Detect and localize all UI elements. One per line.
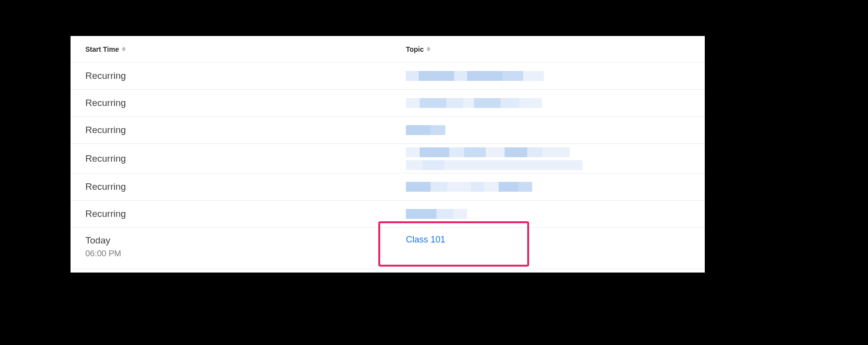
column-header-start-time-label: Start Time [85, 45, 119, 53]
redacted-topic [406, 209, 467, 219]
redacted-topic [406, 71, 544, 81]
start-time-text: Recurring [85, 124, 406, 136]
table-row: Recurring [71, 117, 705, 144]
cell-start-time: Recurring [71, 181, 406, 193]
column-header-topic-label: Topic [406, 45, 424, 53]
redacted-topic [406, 182, 532, 192]
cell-topic[interactable] [406, 125, 705, 135]
start-time-text: Recurring [85, 97, 406, 109]
table-header-row: Start Time Topic [71, 36, 705, 63]
cell-start-time: Recurring [71, 97, 406, 109]
cell-start-time: Recurring [71, 153, 406, 165]
redacted-topic [406, 98, 542, 108]
sort-icon [122, 46, 126, 53]
column-header-topic[interactable]: Topic [406, 45, 431, 53]
start-time-subtext: 06:00 PM [85, 248, 406, 260]
redacted-topic [406, 160, 582, 170]
table-row: Recurring [71, 201, 705, 228]
cell-topic[interactable] [406, 71, 705, 81]
sort-icon [427, 46, 431, 53]
redacted-topic [406, 147, 570, 157]
table-row: Recurring [71, 173, 705, 201]
topic-link-class-101[interactable]: Class 101 [406, 235, 445, 245]
table-row: Today 06:00 PM Class 101 [71, 228, 705, 269]
table-row: Recurring [71, 144, 705, 173]
meetings-table-panel: Start Time Topic Recurring Recurring [71, 36, 705, 273]
cell-start-time: Recurring [71, 208, 406, 220]
cell-topic: Class 101 [406, 235, 705, 245]
redacted-topic [406, 125, 445, 135]
table-row: Recurring [71, 63, 705, 90]
start-time-text: Recurring [85, 181, 406, 193]
start-time-text: Recurring [85, 70, 406, 82]
start-time-text: Today [85, 235, 406, 246]
cell-topic[interactable] [406, 147, 705, 170]
cell-start-time: Recurring [71, 70, 406, 82]
table-row: Recurring [71, 90, 705, 117]
cell-topic[interactable] [406, 182, 705, 192]
cell-topic[interactable] [406, 209, 705, 219]
column-header-start-time[interactable]: Start Time [71, 45, 406, 53]
cell-start-time: Recurring [71, 124, 406, 136]
cell-start-time: Today 06:00 PM [71, 235, 406, 260]
start-time-text: Recurring [85, 208, 406, 220]
cell-topic[interactable] [406, 98, 705, 108]
start-time-text: Recurring [85, 153, 406, 165]
